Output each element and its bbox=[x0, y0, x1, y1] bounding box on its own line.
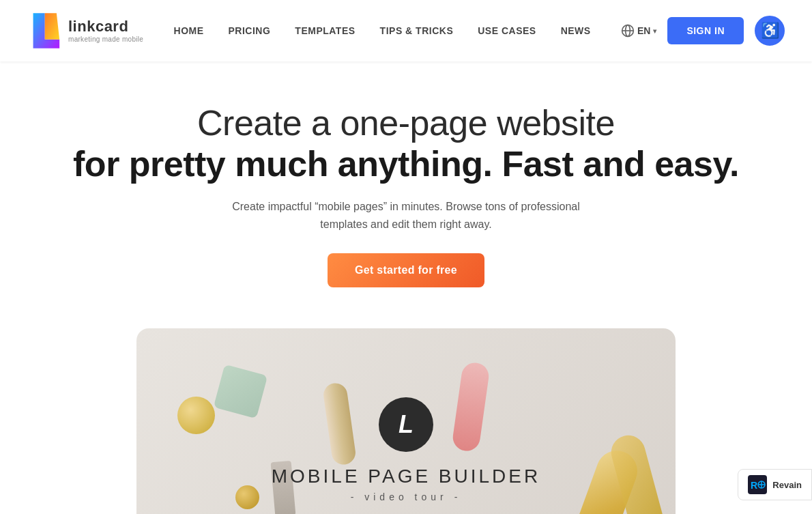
nav-links: HOME PRICING TEMPLATES TIPS & TRICKS USE… bbox=[174, 25, 591, 37]
shape-sphere-gold bbox=[177, 397, 215, 434]
revain-icon: R bbox=[748, 475, 767, 494]
nav-pricing[interactable]: PRICING bbox=[229, 25, 271, 36]
hero-subtitle: Create impactful “mobile pages” in minut… bbox=[229, 198, 583, 233]
signin-button[interactable]: SIGN IN bbox=[667, 17, 744, 44]
svg-text:R: R bbox=[751, 480, 757, 491]
svg-marker-1 bbox=[45, 13, 59, 40]
shape-cube bbox=[214, 365, 268, 419]
lang-label: EN bbox=[637, 25, 650, 36]
revain-label: Revain bbox=[772, 480, 802, 490]
nav-tips[interactable]: TIPS & TRICKS bbox=[380, 25, 454, 36]
logo-icon bbox=[27, 7, 68, 55]
video-logo-letter: L bbox=[398, 410, 414, 439]
video-subtitle: - video tour - bbox=[351, 491, 462, 502]
video-center: L Mobile Page Builder - video tour - bbox=[272, 397, 540, 502]
accessibility-icon: ♿ bbox=[761, 22, 779, 40]
cta-button[interactable]: Get started for free bbox=[328, 253, 484, 287]
video-card[interactable]: L Mobile Page Builder - video tour - bbox=[136, 328, 676, 514]
shape-sphere-small bbox=[235, 485, 259, 509]
nav-templates[interactable]: TEMPLATES bbox=[295, 25, 355, 36]
hero-section: Create a one-page website for pretty muc… bbox=[0, 61, 812, 315]
logo-text: linkcard marketing made mobile bbox=[68, 18, 143, 42]
nav-news[interactable]: NEWS bbox=[561, 25, 591, 36]
chevron-down-icon: ▾ bbox=[653, 27, 656, 35]
nav-right: EN ▾ SIGN IN ♿ bbox=[621, 16, 785, 46]
globe-icon bbox=[621, 24, 635, 38]
accessibility-button[interactable]: ♿ bbox=[755, 16, 785, 46]
revain-badge[interactable]: R Revain bbox=[738, 469, 812, 500]
hero-title-line2: for pretty much anything. Fast and easy. bbox=[27, 143, 785, 184]
logo[interactable]: linkcard marketing made mobile bbox=[27, 7, 143, 55]
video-card-wrapper: L Mobile Page Builder - video tour - bbox=[0, 315, 812, 514]
navbar: linkcard marketing made mobile HOME PRIC… bbox=[0, 0, 812, 61]
hero-title-line1: Create a one-page website bbox=[27, 102, 785, 143]
nav-home[interactable]: HOME bbox=[174, 25, 204, 36]
video-title: Mobile Page Builder bbox=[272, 466, 540, 487]
language-button[interactable]: EN ▾ bbox=[621, 24, 656, 38]
nav-use-cases[interactable]: USE CASES bbox=[478, 25, 536, 36]
video-logo-circle: L bbox=[379, 397, 433, 452]
